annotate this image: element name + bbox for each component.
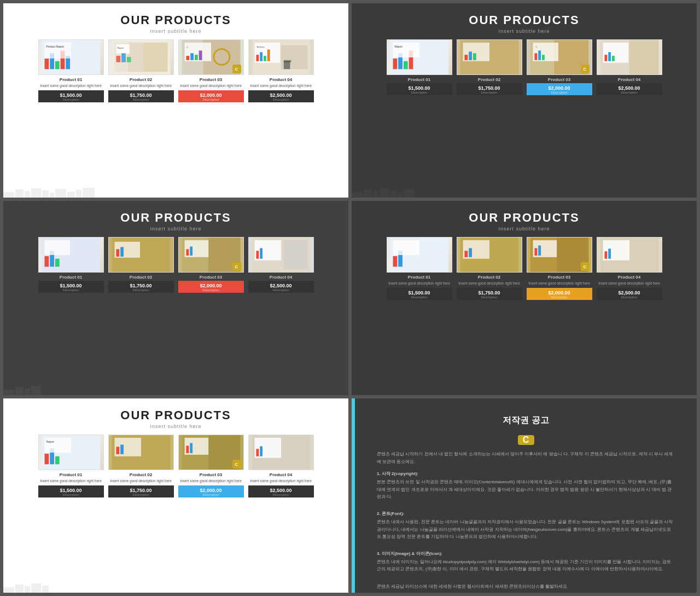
svg-rect-139 bbox=[3, 587, 14, 593]
svg-rect-40 bbox=[25, 191, 30, 198]
price-box-4-4: $2,500.00 Description bbox=[597, 288, 662, 300]
svg-rect-87 bbox=[116, 249, 119, 257]
svg-rect-73 bbox=[352, 192, 363, 198]
product-desc-5-1: Insert some good description right here bbox=[40, 478, 102, 483]
product-image-5-4 bbox=[248, 435, 314, 470]
svg-rect-121 bbox=[44, 454, 49, 464]
svg-rect-102 bbox=[31, 386, 41, 395]
slide-2-subtitle: Insert subtitle here bbox=[498, 28, 550, 34]
price-label-3-2: Description bbox=[109, 288, 173, 292]
svg-rect-104 bbox=[393, 256, 397, 267]
svg-rect-140 bbox=[15, 585, 24, 593]
product-name-3-1: Product 01 bbox=[60, 275, 82, 280]
c-logo-1-3: C bbox=[232, 65, 241, 73]
product-image-4-3: C bbox=[527, 237, 592, 273]
product-name-2-1: Product 01 bbox=[408, 77, 430, 82]
price-value-1-1: $1,500.00 bbox=[39, 92, 103, 98]
c-logo-5-3: C bbox=[232, 460, 241, 468]
price-value-2-3: $2,000.00 bbox=[528, 85, 591, 91]
slide-3: OUR PRODUCTS Insert subtitle here Produc… bbox=[3, 201, 348, 395]
product-name-4-1: Product 01 bbox=[408, 275, 430, 280]
price-value-5-4: $2,500.00 bbox=[249, 488, 313, 493]
svg-rect-31 bbox=[283, 60, 291, 62]
product-card-5-2: Product 02 Insert some good description … bbox=[108, 435, 174, 586]
svg-rect-49 bbox=[393, 59, 397, 69]
svg-rect-115 bbox=[538, 246, 541, 256]
city-bg-1 bbox=[3, 187, 331, 198]
svg-rect-78 bbox=[398, 193, 402, 198]
svg-rect-44 bbox=[55, 189, 66, 198]
price-value-2-2: $1,750.00 bbox=[458, 85, 521, 91]
svg-rect-93 bbox=[190, 246, 192, 255]
price-box-3-2: $1,750.00 Description bbox=[108, 281, 174, 293]
product-image-1-1: Product Report bbox=[38, 39, 104, 75]
price-label-2-3: Description bbox=[528, 91, 591, 94]
product-image-2-4 bbox=[597, 39, 662, 75]
product-image-4-4 bbox=[597, 237, 662, 273]
svg-rect-81 bbox=[44, 256, 49, 267]
svg-rect-84 bbox=[44, 240, 70, 255]
svg-rect-98 bbox=[260, 248, 262, 258]
slide-1-products: Product Report Product 01 Insert some go… bbox=[12, 39, 340, 191]
product-name-3-2: Product 02 bbox=[130, 275, 152, 280]
product-name-4-3: Product 03 bbox=[548, 275, 570, 280]
product-image-1-2: Report bbox=[108, 39, 174, 75]
svg-rect-30 bbox=[283, 61, 290, 70]
svg-rect-128 bbox=[116, 447, 119, 454]
slide-5: OUR PRODUCTS Insert subtitle here Report… bbox=[3, 398, 348, 593]
svg-rect-133 bbox=[186, 445, 189, 453]
price-label-4-1: Description bbox=[388, 296, 451, 299]
svg-text:Report: Report bbox=[46, 441, 54, 443]
svg-text:Report: Report bbox=[117, 47, 124, 49]
product-image-5-3: C bbox=[178, 435, 244, 470]
svg-rect-33 bbox=[256, 55, 259, 61]
svg-rect-110 bbox=[469, 248, 472, 257]
svg-rect-72 bbox=[612, 56, 615, 61]
price-value-4-2: $1,750.00 bbox=[458, 290, 521, 296]
svg-rect-141 bbox=[25, 586, 30, 593]
svg-rect-137 bbox=[256, 449, 259, 456]
price-label-3-3: Description bbox=[179, 288, 243, 292]
svg-rect-63 bbox=[534, 53, 537, 60]
price-label-5-2: Description bbox=[109, 493, 173, 496]
price-box-1-4: $2,500.00 Description bbox=[248, 90, 314, 102]
price-value-5-2: $1,750.00 bbox=[109, 488, 173, 493]
product-name-1-1: Product 01 bbox=[60, 77, 82, 82]
svg-rect-65 bbox=[542, 55, 545, 60]
svg-rect-74 bbox=[364, 189, 372, 198]
product-desc-1-1: Insert some good description right here bbox=[40, 83, 102, 88]
product-image-2-2 bbox=[457, 39, 522, 75]
price-value-4-1: $1,500.00 bbox=[388, 290, 451, 296]
product-card-1-1: Product Report Product 01 Insert some go… bbox=[38, 39, 104, 191]
product-desc-1-4: Insert some good description right here bbox=[250, 83, 312, 88]
product-name-1-3: Product 03 bbox=[200, 77, 222, 82]
product-name-5-1: Product 01 bbox=[60, 472, 82, 477]
price-label-4-2: Description bbox=[458, 296, 521, 299]
price-value-1-3: $2,000.00 bbox=[179, 92, 243, 98]
product-desc-5-2: Insert some good description right here bbox=[110, 478, 172, 483]
price-box-4-3: $2,000.00 Description bbox=[527, 288, 592, 300]
product-name-2-2: Product 02 bbox=[478, 77, 500, 82]
product-desc-4-2: Insert some good description right here bbox=[458, 281, 520, 286]
svg-rect-3 bbox=[55, 61, 59, 70]
price-box-2-1: $1,500.00 Description bbox=[387, 83, 452, 95]
c-logo-2-3: C bbox=[581, 65, 590, 73]
price-box-2-4: $2,500.00 Description bbox=[597, 83, 662, 95]
product-card-1-3: C C Product 03 Insert some good descript… bbox=[178, 39, 244, 191]
product-image-5-2 bbox=[108, 435, 174, 470]
product-card-4-3: C Product 03 Insert some good descriptio… bbox=[527, 237, 592, 389]
slide-5-products: Report Product 01 Insert some good descr… bbox=[12, 435, 340, 586]
price-box-3-1: $1,500.00 Description bbox=[38, 281, 104, 293]
product-card-3-4: Product 04 $2,500.00 Description bbox=[248, 237, 314, 389]
svg-rect-123 bbox=[55, 456, 59, 465]
svg-rect-42 bbox=[42, 190, 49, 198]
c-logo-4-3: C bbox=[581, 262, 590, 271]
price-box-5-3: $2,000.00 Description bbox=[178, 485, 244, 497]
copyright-c-logo: C bbox=[518, 435, 534, 445]
slide-copyright: 저작권 공고 C 콘텐츠 세금납 시작하기 전에서 내 법인 형식에 소개하는는… bbox=[352, 398, 697, 593]
price-box-5-1: $1,500.00 Description bbox=[38, 485, 104, 497]
product-name-5-3: Product 03 bbox=[200, 472, 222, 477]
product-name-5-4: Product 04 bbox=[270, 472, 292, 477]
svg-rect-16 bbox=[116, 56, 120, 62]
price-label-5-1: Description bbox=[39, 493, 103, 496]
